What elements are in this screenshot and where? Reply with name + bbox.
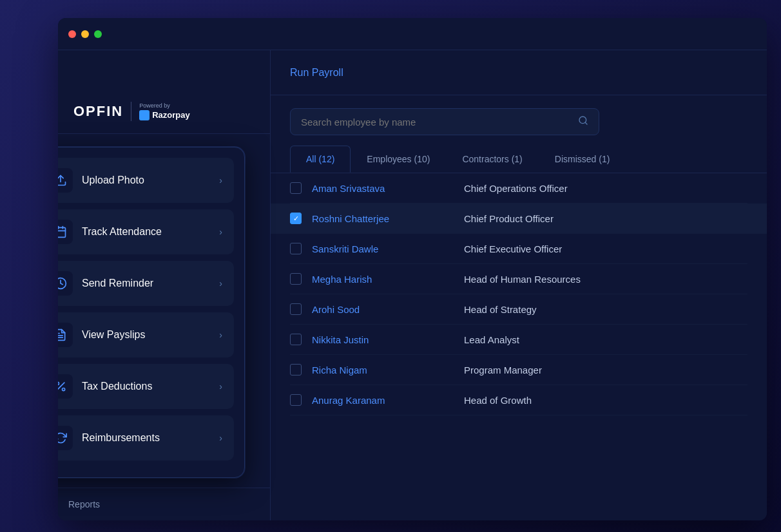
table-row[interactable]: ✓Roshni ChatterjeeChief Product Officer xyxy=(271,204,767,234)
employee-name[interactable]: Aman Srivastava xyxy=(312,183,454,194)
table-row[interactable]: Sanskriti DawleChief Executive Officer xyxy=(290,234,747,264)
sidebar-item-view-payslips[interactable]: View Payslips › xyxy=(58,312,234,357)
sidebar-item-reimbursements[interactable]: Reimbursements › xyxy=(58,415,234,461)
title-bar xyxy=(58,18,767,50)
employee-name[interactable]: Anurag Karanam xyxy=(312,395,454,406)
powered-by-text: Powered by xyxy=(139,102,190,109)
employee-role: Head of Human Resources xyxy=(464,274,581,285)
reimbursements-arrow: › xyxy=(219,433,222,443)
sidebar-item-upload-photo-label: Upload Photo xyxy=(82,175,219,186)
employee-name[interactable]: Richa Nigam xyxy=(312,365,454,375)
employee-checkbox[interactable] xyxy=(290,182,302,194)
checkmark-icon: ✓ xyxy=(293,214,299,223)
table-row[interactable]: Anurag KaranamHead of Growth xyxy=(290,385,747,415)
razorpay-logo: Razorpay xyxy=(139,110,190,120)
run-payroll-header: Run Payroll xyxy=(271,50,767,95)
tab-employees[interactable]: Employees (10) xyxy=(351,146,446,173)
sidebar-item-send-reminder[interactable]: Send Reminder › xyxy=(58,261,234,306)
sidebar-bottom: Reports xyxy=(58,488,270,520)
sidebar-item-send-reminder-label: Send Reminder xyxy=(82,278,219,289)
maximize-button[interactable] xyxy=(94,30,102,38)
sidebar-item-track-attendance-label: Track Attendance xyxy=(82,226,219,238)
table-row[interactable]: Aman SrivastavaChief Operations Officer xyxy=(290,173,747,204)
tax-deductions-arrow: › xyxy=(219,381,222,392)
reimbursements-icon-bg xyxy=(58,426,73,450)
employee-role: Chief Operations Officer xyxy=(464,183,568,194)
employee-role: Head of Growth xyxy=(464,395,532,406)
upload-icon xyxy=(58,174,67,187)
employee-name[interactable]: Nikkita Justin xyxy=(312,334,454,345)
tab-contractors[interactable]: Contractors (1) xyxy=(446,146,538,173)
svg-point-10 xyxy=(63,388,65,391)
logo-area: OPFIN Powered by Razorpay xyxy=(58,89,271,134)
upload-photo-icon-bg xyxy=(58,168,73,193)
logo-name: OPFIN xyxy=(73,103,123,120)
tab-dismissed[interactable]: Dismissed (1) xyxy=(539,146,626,173)
right-content: Run Payroll All (12) Employees (1 xyxy=(271,50,767,520)
tax-deductions-icon-bg xyxy=(58,374,73,399)
table-row[interactable]: Richa NigamProgram Manager xyxy=(290,355,747,385)
employee-checkbox[interactable] xyxy=(290,243,302,254)
send-reminder-icon-bg xyxy=(58,271,73,296)
employee-checkbox[interactable] xyxy=(290,364,302,375)
main-window: OPFIN Powered by Razorpay xyxy=(58,18,767,520)
employee-checkbox[interactable] xyxy=(290,334,302,345)
table-row[interactable]: Arohi SoodHead of Strategy xyxy=(290,294,747,325)
run-payroll-link[interactable]: Run Payroll xyxy=(290,67,343,79)
employee-role: Lead Analyst xyxy=(464,334,519,345)
logo-divider xyxy=(131,102,131,121)
employee-name[interactable]: Sanskriti Dawle xyxy=(312,243,454,254)
employee-role: Head of Strategy xyxy=(464,304,537,315)
svg-point-9 xyxy=(58,382,59,385)
employee-name[interactable]: Roshni Chatterjee xyxy=(312,213,454,224)
tabs-area: All (12) Employees (10) Contractors (1) … xyxy=(271,146,767,173)
view-payslips-arrow: › xyxy=(219,330,222,340)
svg-rect-1 xyxy=(58,227,66,237)
employee-checkbox[interactable] xyxy=(290,273,302,285)
sidebar-item-view-payslips-label: View Payslips xyxy=(82,329,219,341)
sidebar-item-upload-photo[interactable]: Upload Photo › xyxy=(58,158,234,203)
track-attendance-icon-bg xyxy=(58,220,73,244)
send-reminder-arrow: › xyxy=(219,278,222,289)
employee-list: Aman SrivastavaChief Operations Officer✓… xyxy=(271,173,767,520)
sidebar: OPFIN Powered by Razorpay xyxy=(58,50,271,520)
employee-role: Program Manager xyxy=(464,365,542,375)
sidebar-item-track-attendance[interactable]: Track Attendance › xyxy=(58,209,234,254)
employee-checkbox[interactable] xyxy=(290,394,302,406)
percent-icon xyxy=(58,380,67,393)
employee-role: Chief Executive Officer xyxy=(464,243,562,254)
close-button[interactable] xyxy=(68,30,76,38)
svg-line-12 xyxy=(585,122,587,124)
upload-photo-arrow: › xyxy=(219,175,222,185)
search-area xyxy=(271,95,767,146)
razorpay-name: Razorpay xyxy=(152,110,190,120)
main-content: OPFIN Powered by Razorpay xyxy=(58,50,767,520)
sidebar-item-tax-deductions-label: Tax Deductions xyxy=(82,381,219,392)
view-payslips-icon-bg xyxy=(58,323,73,347)
search-icon xyxy=(578,115,588,128)
table-row[interactable]: Nikkita JustinLead Analyst xyxy=(290,325,747,355)
svg-point-5 xyxy=(58,278,66,289)
search-bar xyxy=(290,108,599,135)
document-icon xyxy=(58,328,67,341)
tab-all[interactable]: All (12) xyxy=(290,146,351,173)
employee-checkbox[interactable]: ✓ xyxy=(290,213,302,224)
table-row[interactable]: Megha HarishHead of Human Resources xyxy=(290,264,747,294)
sidebar-item-reimbursements-label: Reimbursements xyxy=(82,432,219,444)
employee-checkbox[interactable] xyxy=(290,303,302,315)
reports-label[interactable]: Reports xyxy=(68,499,100,509)
powered-by: Powered by Razorpay xyxy=(139,102,190,120)
sidebar-item-tax-deductions[interactable]: Tax Deductions › xyxy=(58,364,234,409)
track-attendance-arrow: › xyxy=(219,227,222,237)
employee-name[interactable]: Arohi Sood xyxy=(312,304,454,315)
refresh-icon xyxy=(58,432,67,444)
floating-panel: Upload Photo › Track Attendance › xyxy=(58,147,245,478)
search-input[interactable] xyxy=(301,117,572,128)
razorpay-icon xyxy=(139,110,149,120)
employee-role: Chief Product Officer xyxy=(464,213,554,224)
clock-icon xyxy=(58,277,67,290)
minimize-button[interactable] xyxy=(81,30,89,38)
calendar-icon xyxy=(58,225,67,238)
employee-name[interactable]: Megha Harish xyxy=(312,274,454,285)
